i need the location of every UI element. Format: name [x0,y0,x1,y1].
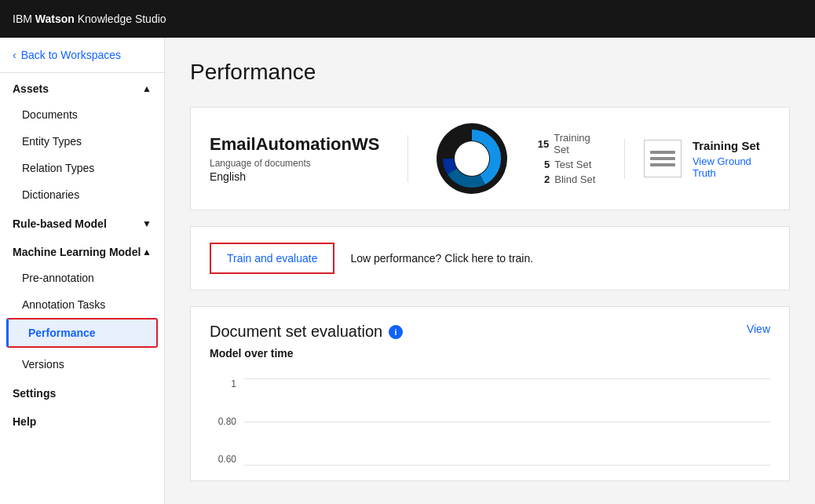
train-evaluate-button[interactable]: Train and evaluate [210,243,334,274]
blind-label: Blind Set [554,173,595,185]
train-hint: Low performance? Click here to train. [350,252,533,265]
sidebar-item-documents[interactable]: Documents [0,101,164,128]
grid-line-mid [244,422,770,422]
workspace-lang-label: Language of documents [210,158,379,169]
test-label: Test Set [554,159,591,170]
legend-test: 5 Test Set [535,159,605,170]
donut-legend: 15 Training Set 5 Test Set 2 Blind Set [535,132,605,185]
view-ground-truth-link[interactable]: View Ground Truth [693,155,770,179]
eval-title-block: Document set evaluation i Model over tim… [210,323,403,369]
sidebar-item-entity-types[interactable]: Entity Types [0,128,164,155]
training-set-info: Training Set View Ground Truth [693,139,770,179]
arrow-left-icon: ‹ [13,49,16,61]
topbar-title: IBM Watson Knowledge Studio [13,13,166,25]
chart-y-labels: 1 0.80 0.60 [210,378,241,465]
train-evaluate-section: Train and evaluate Low performance? Clic… [190,226,790,290]
chevron-down-icon-rule: ▼ [142,218,152,229]
blind-count: 2 [535,173,550,185]
chevron-up-icon: ▲ [142,83,152,94]
info-icon[interactable]: i [389,325,403,339]
evaluation-section: Document set evaluation i Model over tim… [190,306,790,481]
y-label-1: 1 [210,378,241,389]
ml-model-section[interactable]: Machine Learning Model ▲ [0,236,164,265]
training-set-title: Training Set [693,139,770,152]
help-section[interactable]: Help [0,406,164,434]
training-label: Training Set [554,132,605,155]
view-link[interactable]: View [747,323,770,335]
grid-line-bottom [244,465,770,466]
chart-area: 1 0.80 0.60 [210,378,770,465]
assets-section[interactable]: Assets ▲ [0,73,164,101]
workspace-name: EmailAutomationWS [210,134,379,155]
sidebar: ‹ Back to Workspaces Assets ▲ Documents … [0,38,165,504]
sidebar-item-dictionaries[interactable]: Dictionaries [0,181,164,208]
sidebar-item-pre-annotation[interactable]: Pre-annotation [0,265,164,291]
card-divider-1 [408,135,408,182]
back-to-workspaces[interactable]: ‹ Back to Workspaces [0,38,164,73]
test-count: 5 [535,159,550,170]
sidebar-item-relation-types[interactable]: Relation Types [0,155,164,181]
eval-title: Document set evaluation i [210,323,403,341]
sidebar-item-versions[interactable]: Versions [0,351,164,378]
eval-subtitle: Model over time [210,347,403,360]
eval-header-row: Document set evaluation i Model over tim… [210,323,770,369]
legend-training: 15 Training Set [535,132,605,155]
workspace-card: EmailAutomationWS Language of documents … [190,107,790,210]
donut-chart [437,123,507,194]
sidebar-item-performance[interactable]: Performance [6,318,158,348]
chevron-up-icon-ml: ▲ [142,247,152,257]
sidebar-item-annotation-tasks[interactable]: Annotation Tasks [0,291,164,318]
workspace-lang-value: English [210,170,379,183]
settings-section[interactable]: Settings [0,378,164,406]
page-title: Performance [190,60,790,85]
legend-blind: 2 Blind Set [535,173,605,185]
rule-based-section[interactable]: Rule-based Model ▼ [0,208,164,236]
svg-point-4 [455,141,489,176]
donut-svg [437,123,507,194]
grid-line-top [244,378,770,379]
chart-grid [244,378,770,465]
training-set-panel: Training Set View Ground Truth [624,139,770,179]
layout: ‹ Back to Workspaces Assets ▲ Documents … [0,38,815,504]
training-set-icon [644,140,682,177]
workspace-info: EmailAutomationWS Language of documents … [210,134,379,183]
topbar: IBM Watson Knowledge Studio [0,0,815,38]
y-label-080: 0.80 [210,416,241,427]
training-count: 15 [535,138,549,150]
main-content: Performance EmailAutomationWS Language o… [165,38,815,504]
y-label-060: 0.60 [210,454,241,465]
